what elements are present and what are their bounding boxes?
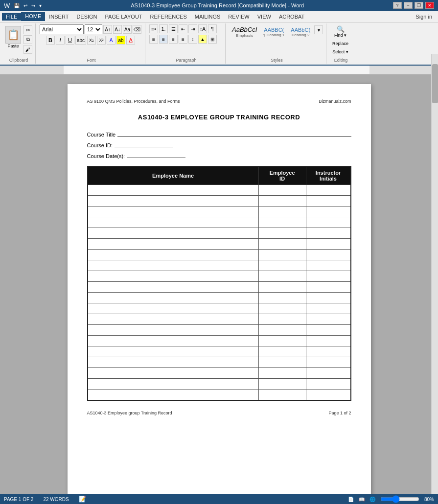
bullets-btn[interactable]: ≡• [149, 24, 158, 33]
sort-btn[interactable]: ↕A [198, 24, 207, 33]
decrease-font-btn[interactable]: A↓ [113, 25, 122, 34]
name-cell[interactable] [88, 314, 259, 325]
initials-cell[interactable] [306, 346, 350, 357]
name-cell[interactable] [88, 379, 259, 389]
paste-button[interactable]: 📋 Paste [4, 24, 23, 50]
minimize-btn[interactable]: − [404, 2, 413, 9]
help-btn[interactable]: ? [393, 2, 402, 9]
decrease-indent-btn[interactable]: ⇤ [179, 24, 187, 33]
font-name-select[interactable]: Arial [40, 24, 84, 34]
signin-link[interactable]: Sign in [412, 13, 436, 21]
menu-mailings[interactable]: MAILINGS [191, 13, 225, 21]
scrollbar-thumb[interactable] [432, 64, 438, 103]
strikethrough-button[interactable]: abc [75, 36, 86, 45]
name-cell[interactable] [88, 239, 259, 250]
name-cell[interactable] [88, 271, 259, 282]
name-cell[interactable] [88, 217, 259, 228]
menu-home[interactable]: HOME [21, 12, 45, 21]
initials-cell[interactable] [306, 357, 350, 368]
id-cell[interactable] [258, 228, 306, 239]
id-cell[interactable] [258, 336, 306, 346]
initials-cell[interactable] [306, 389, 350, 400]
id-cell[interactable] [258, 196, 306, 206]
style-heading2[interactable]: AABbC( Heading 2 [288, 25, 313, 39]
window-controls[interactable]: ? − ❐ ✕ [393, 2, 434, 9]
table-row[interactable] [88, 260, 351, 271]
table-row[interactable] [88, 368, 351, 379]
italic-button[interactable]: I [56, 36, 65, 45]
id-cell[interactable] [258, 314, 306, 325]
name-cell[interactable] [88, 250, 259, 260]
initials-cell[interactable] [306, 239, 350, 250]
id-cell[interactable] [258, 206, 306, 217]
id-cell[interactable] [258, 325, 306, 336]
zoom-slider[interactable] [380, 495, 419, 503]
justify-btn[interactable]: ≡ [179, 35, 187, 44]
id-cell[interactable] [258, 250, 306, 260]
font-color-btn[interactable]: A [126, 36, 135, 45]
table-row[interactable] [88, 314, 351, 325]
id-cell[interactable] [258, 346, 306, 357]
table-row[interactable] [88, 357, 351, 368]
view-print-btn[interactable]: 📄 [348, 497, 354, 502]
course-id-input[interactable] [115, 140, 173, 147]
id-cell[interactable] [258, 271, 306, 282]
text-effects-btn[interactable]: A [107, 36, 115, 45]
align-left-btn[interactable]: ≡ [149, 35, 158, 44]
select-button[interactable]: Select ▾ [330, 48, 350, 55]
initials-cell[interactable] [306, 217, 350, 228]
increase-indent-btn[interactable]: ⇥ [188, 24, 197, 33]
table-row[interactable] [88, 239, 351, 250]
table-row[interactable] [88, 185, 351, 196]
close-btn[interactable]: ✕ [425, 2, 434, 9]
superscript-button[interactable]: X² [97, 36, 106, 45]
format-painter-button[interactable]: 🖌 [23, 45, 32, 54]
name-cell[interactable] [88, 260, 259, 271]
subscript-button[interactable]: X₂ [87, 36, 96, 45]
initials-cell[interactable] [306, 250, 350, 260]
name-cell[interactable] [88, 346, 259, 357]
initials-cell[interactable] [306, 314, 350, 325]
id-cell[interactable] [258, 389, 306, 400]
initials-cell[interactable] [306, 196, 350, 206]
menu-file[interactable]: FILE [2, 13, 21, 21]
table-row[interactable] [88, 250, 351, 260]
borders-btn[interactable]: ⊞ [208, 35, 217, 44]
replace-button[interactable]: Replace [330, 40, 350, 47]
initials-cell[interactable] [306, 303, 350, 314]
name-cell[interactable] [88, 293, 259, 303]
name-cell[interactable] [88, 196, 259, 206]
name-cell[interactable] [88, 389, 259, 400]
initials-cell[interactable] [306, 293, 350, 303]
table-row[interactable] [88, 217, 351, 228]
initials-cell[interactable] [306, 379, 350, 389]
menu-references[interactable]: REFERENCES [146, 13, 191, 21]
initials-cell[interactable] [306, 228, 350, 239]
copy-button[interactable]: ⧉ [23, 35, 32, 44]
table-row[interactable] [88, 303, 351, 314]
restore-btn[interactable]: ❐ [415, 2, 423, 9]
find-button[interactable]: 🔍 Find ▾ [332, 24, 348, 39]
initials-cell[interactable] [306, 271, 350, 282]
table-row[interactable] [88, 325, 351, 336]
view-read-btn[interactable]: 📖 [359, 497, 365, 502]
align-right-btn[interactable]: ≡ [169, 35, 178, 44]
table-row[interactable] [88, 206, 351, 217]
course-date-input[interactable] [127, 151, 185, 158]
initials-cell[interactable] [306, 206, 350, 217]
table-row[interactable] [88, 346, 351, 357]
id-cell[interactable] [258, 293, 306, 303]
table-row[interactable] [88, 228, 351, 239]
id-cell[interactable] [258, 357, 306, 368]
cut-button[interactable]: ✂ [23, 25, 32, 34]
table-row[interactable] [88, 336, 351, 346]
proofing-icon[interactable]: 📝 [79, 496, 86, 503]
name-cell[interactable] [88, 185, 259, 196]
table-row[interactable] [88, 293, 351, 303]
id-cell[interactable] [258, 282, 306, 293]
id-cell[interactable] [258, 239, 306, 250]
highlight-btn[interactable]: ab [116, 36, 125, 45]
initials-cell[interactable] [306, 336, 350, 346]
style-emphasis[interactable]: AaBbCcI Emphasis [230, 24, 259, 39]
multilevel-btn[interactable]: ☰ [169, 24, 178, 33]
